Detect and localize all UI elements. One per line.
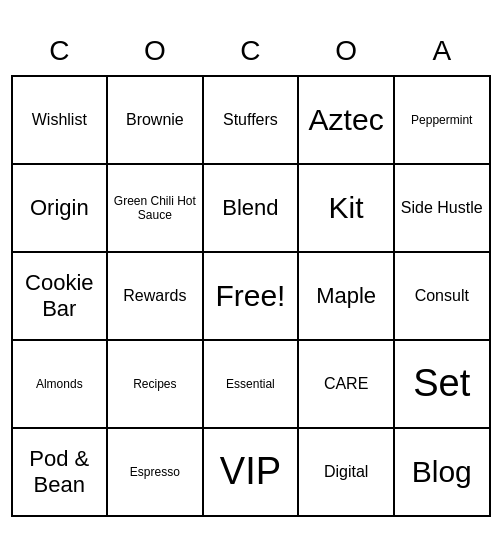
bingo-cell-text: Green Chili Hot Sauce: [112, 169, 198, 247]
bingo-cell: VIP: [203, 428, 299, 516]
bingo-row: Cookie BarRewardsFree!MapleConsult: [12, 252, 490, 340]
bingo-cell-text: Blog: [399, 433, 485, 511]
bingo-cell-text: CARE: [303, 345, 389, 423]
bingo-cell: Pod & Bean: [12, 428, 108, 516]
bingo-cell-text: Side Hustle: [399, 169, 485, 247]
bingo-cell-text: Set: [399, 345, 485, 423]
bingo-cell-text: Almonds: [17, 345, 103, 423]
bingo-cell-text: Pod & Bean: [17, 433, 103, 511]
bingo-cell: Blend: [203, 164, 299, 252]
bingo-cell: Cookie Bar: [12, 252, 108, 340]
bingo-cell-text: VIP: [208, 433, 294, 511]
bingo-cell: Wishlist: [12, 76, 108, 164]
bingo-cell: Digital: [298, 428, 394, 516]
bingo-cell: Set: [394, 340, 490, 428]
bingo-row: OriginGreen Chili Hot SauceBlendKitSide …: [12, 164, 490, 252]
bingo-cell-text: Recipes: [112, 345, 198, 423]
bingo-card: COCOA WishlistBrownieStuffersAztecPepper…: [11, 28, 491, 517]
bingo-cell: Aztec: [298, 76, 394, 164]
bingo-column-header: A: [394, 28, 490, 76]
bingo-body: WishlistBrownieStuffersAztecPeppermintOr…: [12, 76, 490, 516]
bingo-cell: Origin: [12, 164, 108, 252]
bingo-cell-text: Maple: [303, 257, 389, 335]
bingo-cell: Recipes: [107, 340, 203, 428]
bingo-row: AlmondsRecipesEssentialCARESet: [12, 340, 490, 428]
bingo-cell: Kit: [298, 164, 394, 252]
bingo-cell-text: Blend: [208, 169, 294, 247]
bingo-cell: Brownie: [107, 76, 203, 164]
bingo-cell: Free!: [203, 252, 299, 340]
bingo-cell-text: Essential: [208, 345, 294, 423]
bingo-cell-text: Free!: [208, 257, 294, 335]
bingo-cell: Green Chili Hot Sauce: [107, 164, 203, 252]
bingo-cell-text: Stuffers: [208, 81, 294, 159]
bingo-cell: Maple: [298, 252, 394, 340]
bingo-cell-text: Digital: [303, 433, 389, 511]
bingo-cell: Consult: [394, 252, 490, 340]
bingo-cell: CARE: [298, 340, 394, 428]
bingo-cell: Blog: [394, 428, 490, 516]
bingo-column-header: C: [203, 28, 299, 76]
bingo-cell-text: Peppermint: [399, 81, 485, 159]
bingo-cell-text: Rewards: [112, 257, 198, 335]
bingo-cell: Side Hustle: [394, 164, 490, 252]
bingo-column-header: C: [12, 28, 108, 76]
bingo-cell: Essential: [203, 340, 299, 428]
bingo-row: WishlistBrownieStuffersAztecPeppermint: [12, 76, 490, 164]
bingo-cell: Peppermint: [394, 76, 490, 164]
bingo-cell: Rewards: [107, 252, 203, 340]
bingo-cell-text: Origin: [17, 169, 103, 247]
bingo-cell-text: Aztec: [303, 81, 389, 159]
bingo-cell-text: Espresso: [112, 433, 198, 511]
bingo-cell: Almonds: [12, 340, 108, 428]
bingo-cell-text: Wishlist: [17, 81, 103, 159]
bingo-cell-text: Kit: [303, 169, 389, 247]
bingo-header-row: COCOA: [12, 28, 490, 76]
bingo-cell: Espresso: [107, 428, 203, 516]
bingo-column-header: O: [107, 28, 203, 76]
bingo-column-header: O: [298, 28, 394, 76]
bingo-cell-text: Cookie Bar: [17, 257, 103, 335]
bingo-row: Pod & BeanEspressoVIPDigitalBlog: [12, 428, 490, 516]
bingo-cell: Stuffers: [203, 76, 299, 164]
bingo-cell-text: Consult: [399, 257, 485, 335]
bingo-cell-text: Brownie: [112, 81, 198, 159]
